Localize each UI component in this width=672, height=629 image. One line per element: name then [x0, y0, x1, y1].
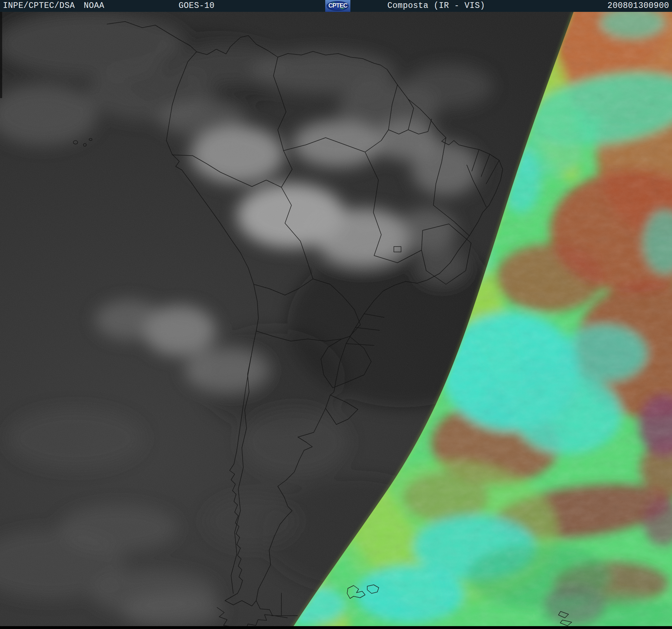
agency-label: INPE/CPTEC/DSA	[3, 0, 75, 12]
cptec-logo: CPTEC	[325, 0, 350, 12]
logo-text: CPTEC	[325, 0, 350, 12]
noise-overlay	[0, 12, 672, 629]
left-edge-strip	[0, 12, 2, 98]
header-bar: INPE/CPTEC/DSA NOAA GOES-10 Composta (IR…	[0, 0, 672, 12]
bottom-black-strip	[0, 626, 672, 629]
noaa-label: NOAA	[84, 0, 104, 12]
product-label: Composta (IR - VIS)	[387, 0, 485, 12]
timestamp-label: 200801300900	[607, 0, 669, 12]
satellite-product-screen: INPE/CPTEC/DSA NOAA GOES-10 Composta (IR…	[0, 0, 672, 629]
satellite-label: GOES-10	[179, 0, 215, 12]
satellite-image	[0, 12, 672, 629]
